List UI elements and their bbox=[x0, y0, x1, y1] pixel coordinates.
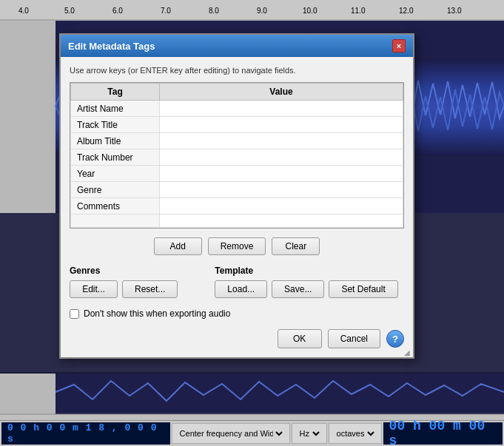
svg-text:6.0: 6.0 bbox=[112, 7, 123, 15]
value-input[interactable] bbox=[166, 104, 397, 114]
value-cell[interactable] bbox=[160, 182, 403, 198]
value-input[interactable] bbox=[166, 136, 397, 146]
table-row: Track Title bbox=[71, 117, 403, 133]
dont-show-checkbox[interactable] bbox=[70, 309, 79, 319]
template-label: Template bbox=[215, 266, 397, 276]
help-button[interactable]: ? bbox=[386, 330, 404, 348]
value-input[interactable] bbox=[166, 152, 397, 163]
svg-rect-13 bbox=[0, 21, 56, 213]
tag-cell: Year bbox=[71, 166, 160, 182]
svg-text:9.0: 9.0 bbox=[257, 7, 267, 15]
svg-text:5.0: 5.0 bbox=[64, 7, 75, 15]
svg-text:11.0: 11.0 bbox=[351, 7, 366, 15]
value-input[interactable] bbox=[166, 120, 397, 130]
sections-row: Genres Edit... Reset... Template Load...… bbox=[70, 266, 404, 298]
action-buttons: OK Cancel ? bbox=[70, 329, 404, 348]
tag-cell: Artist Name bbox=[71, 101, 160, 117]
resize-handle[interactable]: ◢ bbox=[404, 348, 411, 356]
octaves-selector-container: octaves bbox=[329, 423, 382, 444]
table-row: Track Number bbox=[71, 149, 403, 166]
genres-buttons: Edit... Reset... bbox=[70, 280, 178, 298]
svg-text:13.0: 13.0 bbox=[447, 7, 462, 15]
svg-text:12.0: 12.0 bbox=[399, 7, 414, 15]
table-row: Comments bbox=[71, 198, 403, 214]
time-display-left: 0 0 h 0 0 m 1 8 , 0 0 0 s bbox=[1, 422, 170, 445]
table-row-empty bbox=[71, 214, 403, 228]
value-input[interactable] bbox=[166, 201, 397, 212]
tag-cell: Comments bbox=[71, 198, 160, 214]
table-row: Genre bbox=[71, 182, 403, 198]
template-load-button[interactable]: Load... bbox=[215, 280, 267, 298]
col-header-value: Value bbox=[160, 84, 403, 101]
octaves-selector[interactable]: octaves bbox=[334, 428, 377, 439]
frequency-selector-container: Center frequency and Width Low Frequency… bbox=[172, 423, 290, 444]
hz-selector-container: Hz bbox=[292, 423, 327, 444]
value-input[interactable] bbox=[166, 185, 397, 195]
table-action-buttons: Add Remove Clear bbox=[70, 237, 404, 255]
table-row: Album Title bbox=[71, 133, 403, 149]
ok-button[interactable]: OK bbox=[278, 329, 322, 348]
genres-section: Genres Edit... Reset... bbox=[70, 266, 178, 298]
template-section: Template Load... Save... Set Default bbox=[215, 266, 397, 298]
value-cell[interactable] bbox=[160, 149, 403, 166]
col-header-tag: Tag bbox=[71, 84, 160, 101]
edit-metadata-dialog: Edit Metadata Tags × Use arrow keys (or … bbox=[59, 33, 414, 359]
template-save-button[interactable]: Save... bbox=[272, 280, 324, 298]
value-cell[interactable] bbox=[160, 133, 403, 149]
svg-rect-14 bbox=[0, 374, 56, 414]
close-button[interactable]: × bbox=[392, 39, 406, 53]
svg-text:4.0: 4.0 bbox=[19, 7, 29, 15]
svg-text:7.0: 7.0 bbox=[161, 7, 171, 15]
dialog-content: Use arrow keys (or ENTER key after editi… bbox=[61, 57, 413, 357]
cancel-button[interactable]: Cancel bbox=[328, 329, 380, 348]
value-cell[interactable] bbox=[160, 166, 403, 182]
tag-cell: Track Number bbox=[71, 149, 160, 166]
metadata-table: Tag Value Artist NameTrack TitleAlbum Ti… bbox=[70, 83, 403, 228]
value-cell[interactable] bbox=[160, 117, 403, 133]
add-button[interactable]: Add bbox=[154, 237, 202, 255]
table-row: Year bbox=[71, 166, 403, 182]
svg-rect-1 bbox=[0, 0, 504, 21]
tag-cell: Album Title bbox=[71, 133, 160, 149]
genres-label: Genres bbox=[70, 266, 178, 276]
template-set-default-button[interactable]: Set Default bbox=[329, 280, 397, 298]
svg-text:10.0: 10.0 bbox=[303, 7, 317, 15]
value-cell[interactable] bbox=[160, 101, 403, 117]
tag-cell: Track Title bbox=[71, 117, 160, 133]
status-bar: 0 0 h 0 0 m 1 8 , 0 0 0 s Center frequen… bbox=[0, 420, 504, 446]
tag-cell: Genre bbox=[71, 182, 160, 198]
table-row: Artist Name bbox=[71, 101, 403, 117]
dialog-hint: Use arrow keys (or ENTER key after editi… bbox=[70, 66, 404, 75]
remove-button[interactable]: Remove bbox=[208, 237, 266, 255]
metadata-table-wrapper: Tag Value Artist NameTrack TitleAlbum Ti… bbox=[70, 82, 404, 229]
dont-show-label: Don't show this when exporting audio bbox=[84, 308, 230, 319]
svg-text:8.0: 8.0 bbox=[209, 7, 219, 15]
dialog-titlebar: Edit Metadata Tags × bbox=[61, 35, 413, 57]
dont-show-row: Don't show this when exporting audio bbox=[70, 308, 404, 319]
value-cell[interactable] bbox=[160, 198, 403, 214]
value-input[interactable] bbox=[166, 169, 397, 179]
genres-edit-button[interactable]: Edit... bbox=[70, 280, 118, 298]
time-display-right: 00 h 00 m 00 s bbox=[383, 422, 503, 445]
template-buttons: Load... Save... Set Default bbox=[215, 280, 397, 298]
dialog-title: Edit Metadata Tags bbox=[68, 41, 155, 52]
hz-selector[interactable]: Hz bbox=[297, 428, 322, 439]
clear-button[interactable]: Clear bbox=[272, 237, 320, 255]
frequency-selector[interactable]: Center frequency and Width Low Frequency… bbox=[177, 428, 285, 439]
genres-reset-button[interactable]: Reset... bbox=[122, 280, 178, 298]
